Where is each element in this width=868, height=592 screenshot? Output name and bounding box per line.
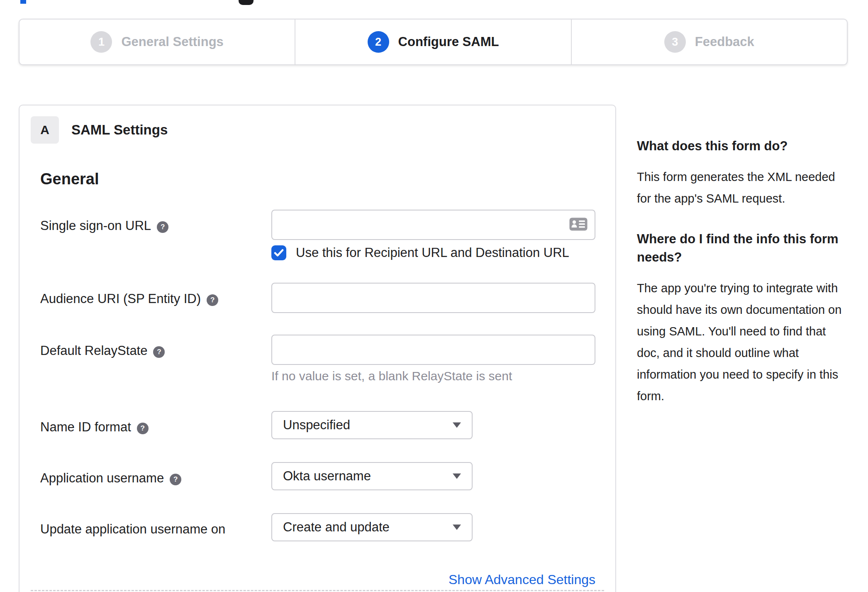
audience-uri-input[interactable] <box>271 283 595 313</box>
application-username-select[interactable]: Okta username <box>271 462 473 490</box>
page-edge-artifact-blue <box>20 0 26 4</box>
panel-header: A SAML Settings <box>31 116 615 144</box>
field-row-audience-uri: Audience URI (SP Entity ID)? <box>20 283 615 313</box>
default-relaystate-label: Default RelayState <box>40 343 147 358</box>
sidebar-q1-body: This form generates the XML needed for t… <box>637 166 851 209</box>
update-app-username-label: Update application username on <box>40 522 225 536</box>
field-row-update-app-username: Update application username on Create an… <box>20 513 615 541</box>
sidebar-q1-heading: What does this form do? <box>637 137 851 155</box>
default-relaystate-input[interactable] <box>271 335 595 365</box>
help-icon[interactable]: ? <box>153 346 165 358</box>
name-id-format-label: Name ID format <box>40 420 131 434</box>
dashed-divider <box>31 590 604 591</box>
default-relaystate-label-cell: Default RelayState? <box>20 335 271 383</box>
name-id-format-value: Unspecified <box>283 418 350 433</box>
step-1-label: General Settings <box>121 34 223 49</box>
sidebar-q2-heading: Where do I find the info this form needs… <box>637 230 851 267</box>
setup-wizard-stepper: 1 General Settings 2 Configure SAML 3 Fe… <box>19 19 848 65</box>
help-icon[interactable]: ? <box>207 294 218 306</box>
sso-url-input[interactable] <box>271 210 595 240</box>
name-id-format-select[interactable]: Unspecified <box>271 411 473 439</box>
recipient-url-checkbox-label: Use this for Recipient URL and Destinati… <box>296 245 569 260</box>
application-username-label-cell: Application username? <box>20 462 271 490</box>
field-row-application-username: Application username? Okta username <box>20 462 615 490</box>
page-edge-artifact-black <box>239 0 254 5</box>
saml-settings-panel: A SAML Settings General Single sign-on U… <box>19 105 616 592</box>
audience-uri-label: Audience URI (SP Entity ID) <box>40 291 201 306</box>
step-3-number-badge: 3 <box>664 31 686 53</box>
step-feedback[interactable]: 3 Feedback <box>571 20 847 64</box>
default-relaystate-hint: If no value is set, a blank RelayState i… <box>271 369 595 383</box>
contact-card-icon <box>569 217 588 233</box>
update-app-username-select[interactable]: Create and update <box>271 513 473 541</box>
application-username-label: Application username <box>40 471 164 485</box>
panel-title: SAML Settings <box>71 122 168 138</box>
sso-url-label: Single sign-on URL <box>40 218 151 233</box>
help-icon[interactable]: ? <box>170 474 181 485</box>
dropdown-arrow-icon <box>453 474 461 479</box>
help-icon[interactable]: ? <box>137 423 149 434</box>
step-configure-saml[interactable]: 2 Configure SAML <box>295 20 571 64</box>
step-2-number-badge: 2 <box>368 31 389 53</box>
step-general-settings[interactable]: 1 General Settings <box>20 20 295 64</box>
name-id-format-label-cell: Name ID format? <box>20 411 271 439</box>
help-icon[interactable]: ? <box>157 221 168 233</box>
sso-url-label-cell: Single sign-on URL? <box>20 210 271 260</box>
step-1-number-badge: 1 <box>90 31 112 53</box>
recipient-url-checkbox[interactable] <box>271 245 286 260</box>
sidebar-q2-body: The app you're trying to integrate with … <box>637 277 851 407</box>
field-row-name-id-format: Name ID format? Unspecified <box>20 411 615 439</box>
update-app-username-label-cell: Update application username on <box>20 513 271 541</box>
dropdown-arrow-icon <box>453 525 461 530</box>
update-app-username-value: Create and update <box>283 520 390 535</box>
field-row-default-relaystate: Default RelayState? If no value is set, … <box>20 335 615 383</box>
help-sidebar: What does this form do? This form genera… <box>637 137 851 407</box>
step-3-label: Feedback <box>695 34 754 49</box>
general-section-heading: General <box>40 170 615 188</box>
section-a-badge: A <box>31 116 59 144</box>
application-username-value: Okta username <box>283 469 371 484</box>
field-row-sso-url: Single sign-on URL? <box>20 210 615 260</box>
step-2-label: Configure SAML <box>398 34 499 49</box>
dropdown-arrow-icon <box>453 423 461 428</box>
show-advanced-settings-link[interactable]: Show Advanced Settings <box>449 572 595 587</box>
saml-form: Single sign-on URL? <box>20 210 615 587</box>
recipient-url-checkbox-row: Use this for Recipient URL and Destinati… <box>271 245 595 260</box>
audience-uri-label-cell: Audience URI (SP Entity ID)? <box>20 283 271 313</box>
